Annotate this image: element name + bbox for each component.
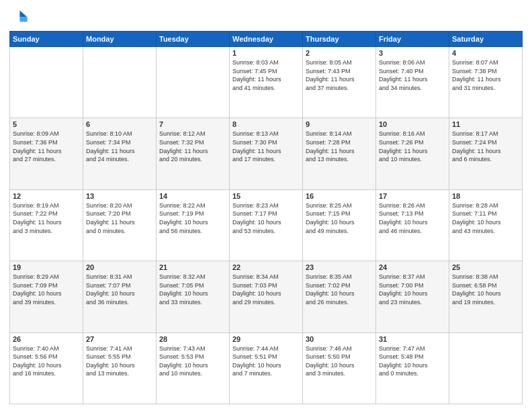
day-number: 20 bbox=[86, 263, 153, 271]
cell-content: Sunrise: 8:35 AM Sunset: 7:02 PM Dayligh… bbox=[306, 273, 373, 306]
calendar: SundayMondayTuesdayWednesdayThursdayFrid… bbox=[9, 31, 523, 404]
svg-marker-1 bbox=[19, 17, 27, 21]
calendar-cell bbox=[449, 332, 523, 404]
day-header-saturday: Saturday bbox=[449, 32, 523, 47]
calendar-cell: 30Sunrise: 7:46 AM Sunset: 5:50 PM Dayli… bbox=[303, 332, 376, 404]
day-number: 6 bbox=[86, 120, 153, 128]
calendar-cell: 26Sunrise: 7:40 AM Sunset: 5:56 PM Dayli… bbox=[10, 332, 83, 404]
cell-content: Sunrise: 7:40 AM Sunset: 5:56 PM Dayligh… bbox=[13, 345, 80, 378]
calendar-cell: 9Sunrise: 8:14 AM Sunset: 7:28 PM Daylig… bbox=[303, 118, 376, 189]
day-number: 2 bbox=[306, 49, 373, 57]
cell-content: Sunrise: 8:05 AM Sunset: 7:43 PM Dayligh… bbox=[306, 58, 373, 92]
day-number: 16 bbox=[306, 192, 373, 200]
week-row-2: 5Sunrise: 8:09 AM Sunset: 7:36 PM Daylig… bbox=[10, 118, 523, 189]
day-number: 23 bbox=[306, 263, 373, 271]
cell-content: Sunrise: 8:20 AM Sunset: 7:20 PM Dayligh… bbox=[86, 201, 153, 235]
week-row-4: 19Sunrise: 8:29 AM Sunset: 7:09 PM Dayli… bbox=[10, 261, 523, 332]
cell-content: Sunrise: 8:31 AM Sunset: 7:07 PM Dayligh… bbox=[86, 273, 153, 306]
cell-content: Sunrise: 8:03 AM Sunset: 7:45 PM Dayligh… bbox=[232, 58, 300, 92]
day-header-wednesday: Wednesday bbox=[230, 32, 303, 47]
day-number: 24 bbox=[379, 263, 446, 271]
calendar-cell: 4Sunrise: 8:07 AM Sunset: 7:38 PM Daylig… bbox=[449, 47, 523, 118]
calendar-cell: 7Sunrise: 8:12 AM Sunset: 7:32 PM Daylig… bbox=[157, 118, 230, 189]
calendar-cell: 27Sunrise: 7:41 AM Sunset: 5:55 PM Dayli… bbox=[83, 332, 157, 404]
day-number: 29 bbox=[232, 335, 300, 343]
calendar-cell: 8Sunrise: 8:13 AM Sunset: 7:30 PM Daylig… bbox=[230, 118, 303, 189]
calendar-cell: 18Sunrise: 8:28 AM Sunset: 7:11 PM Dayli… bbox=[449, 189, 523, 261]
calendar-cell: 28Sunrise: 7:43 AM Sunset: 5:53 PM Dayli… bbox=[157, 332, 230, 404]
cell-content: Sunrise: 8:23 AM Sunset: 7:17 PM Dayligh… bbox=[232, 201, 300, 235]
calendar-cell: 5Sunrise: 8:09 AM Sunset: 7:36 PM Daylig… bbox=[10, 118, 83, 189]
day-header-friday: Friday bbox=[376, 32, 449, 47]
day-number: 17 bbox=[379, 192, 446, 200]
cell-content: Sunrise: 8:32 AM Sunset: 7:05 PM Dayligh… bbox=[159, 273, 226, 306]
calendar-cell: 25Sunrise: 8:38 AM Sunset: 6:58 PM Dayli… bbox=[449, 261, 523, 332]
calendar-cell: 19Sunrise: 8:29 AM Sunset: 7:09 PM Dayli… bbox=[10, 261, 83, 332]
calendar-cell: 13Sunrise: 8:20 AM Sunset: 7:20 PM Dayli… bbox=[83, 189, 157, 261]
cell-content: Sunrise: 8:38 AM Sunset: 6:58 PM Dayligh… bbox=[452, 273, 519, 306]
calendar-cell: 23Sunrise: 8:35 AM Sunset: 7:02 PM Dayli… bbox=[303, 261, 376, 332]
cell-content: Sunrise: 8:06 AM Sunset: 7:40 PM Dayligh… bbox=[379, 58, 446, 92]
cell-content: Sunrise: 8:07 AM Sunset: 7:38 PM Dayligh… bbox=[452, 58, 519, 92]
day-number: 9 bbox=[306, 120, 373, 128]
calendar-cell: 29Sunrise: 7:44 AM Sunset: 5:51 PM Dayli… bbox=[230, 332, 303, 404]
day-number: 19 bbox=[13, 263, 80, 271]
calendar-cell bbox=[83, 47, 157, 118]
svg-marker-0 bbox=[19, 11, 27, 17]
header-row: SundayMondayTuesdayWednesdayThursdayFrid… bbox=[10, 32, 523, 47]
day-number: 3 bbox=[379, 49, 446, 57]
day-number: 11 bbox=[452, 120, 519, 128]
day-number: 25 bbox=[452, 263, 519, 271]
day-number: 15 bbox=[232, 192, 300, 200]
page: SundayMondayTuesdayWednesdayThursdayFrid… bbox=[0, 0, 532, 411]
cell-content: Sunrise: 8:34 AM Sunset: 7:03 PM Dayligh… bbox=[232, 273, 300, 306]
day-header-tuesday: Tuesday bbox=[157, 32, 230, 47]
cell-content: Sunrise: 8:09 AM Sunset: 7:36 PM Dayligh… bbox=[13, 130, 80, 163]
cell-content: Sunrise: 8:17 AM Sunset: 7:24 PM Dayligh… bbox=[452, 130, 519, 163]
calendar-cell: 15Sunrise: 8:23 AM Sunset: 7:17 PM Dayli… bbox=[230, 189, 303, 261]
cell-content: Sunrise: 8:29 AM Sunset: 7:09 PM Dayligh… bbox=[13, 273, 80, 306]
day-number: 22 bbox=[232, 263, 300, 271]
week-row-5: 26Sunrise: 7:40 AM Sunset: 5:56 PM Dayli… bbox=[10, 332, 523, 404]
header bbox=[9, 7, 523, 26]
calendar-cell: 16Sunrise: 8:25 AM Sunset: 7:15 PM Dayli… bbox=[303, 189, 376, 261]
day-number: 26 bbox=[13, 335, 80, 343]
day-number: 27 bbox=[86, 335, 153, 343]
day-number: 12 bbox=[13, 192, 80, 200]
day-number: 8 bbox=[232, 120, 300, 128]
day-number: 28 bbox=[159, 335, 226, 343]
day-number: 4 bbox=[452, 49, 519, 57]
calendar-cell: 1Sunrise: 8:03 AM Sunset: 7:45 PM Daylig… bbox=[230, 47, 303, 118]
calendar-cell: 14Sunrise: 8:22 AM Sunset: 7:19 PM Dayli… bbox=[157, 189, 230, 261]
calendar-body: 1Sunrise: 8:03 AM Sunset: 7:45 PM Daylig… bbox=[10, 47, 523, 404]
cell-content: Sunrise: 8:28 AM Sunset: 7:11 PM Dayligh… bbox=[452, 201, 519, 235]
logo-icon bbox=[9, 7, 28, 26]
calendar-cell: 22Sunrise: 8:34 AM Sunset: 7:03 PM Dayli… bbox=[230, 261, 303, 332]
week-row-3: 12Sunrise: 8:19 AM Sunset: 7:22 PM Dayli… bbox=[10, 189, 523, 261]
cell-content: Sunrise: 8:22 AM Sunset: 7:19 PM Dayligh… bbox=[159, 201, 226, 235]
cell-content: Sunrise: 8:14 AM Sunset: 7:28 PM Dayligh… bbox=[306, 130, 373, 163]
logo bbox=[9, 7, 31, 26]
calendar-cell: 11Sunrise: 8:17 AM Sunset: 7:24 PM Dayli… bbox=[449, 118, 523, 189]
cell-content: Sunrise: 7:41 AM Sunset: 5:55 PM Dayligh… bbox=[86, 345, 153, 378]
week-row-1: 1Sunrise: 8:03 AM Sunset: 7:45 PM Daylig… bbox=[10, 47, 523, 118]
cell-content: Sunrise: 8:37 AM Sunset: 7:00 PM Dayligh… bbox=[379, 273, 446, 306]
calendar-cell: 20Sunrise: 8:31 AM Sunset: 7:07 PM Dayli… bbox=[83, 261, 157, 332]
day-number: 31 bbox=[379, 335, 446, 343]
calendar-cell bbox=[10, 47, 83, 118]
cell-content: Sunrise: 7:47 AM Sunset: 5:48 PM Dayligh… bbox=[379, 345, 446, 378]
calendar-cell: 6Sunrise: 8:10 AM Sunset: 7:34 PM Daylig… bbox=[83, 118, 157, 189]
day-number: 14 bbox=[159, 192, 226, 200]
cell-content: Sunrise: 8:25 AM Sunset: 7:15 PM Dayligh… bbox=[306, 201, 373, 235]
day-number: 30 bbox=[306, 335, 373, 343]
calendar-cell: 31Sunrise: 7:47 AM Sunset: 5:48 PM Dayli… bbox=[376, 332, 449, 404]
cell-content: Sunrise: 8:12 AM Sunset: 7:32 PM Dayligh… bbox=[159, 130, 226, 163]
day-number: 7 bbox=[159, 120, 226, 128]
cell-content: Sunrise: 8:13 AM Sunset: 7:30 PM Dayligh… bbox=[232, 130, 300, 163]
cell-content: Sunrise: 8:19 AM Sunset: 7:22 PM Dayligh… bbox=[13, 201, 80, 235]
cell-content: Sunrise: 8:26 AM Sunset: 7:13 PM Dayligh… bbox=[379, 201, 446, 235]
calendar-cell: 12Sunrise: 8:19 AM Sunset: 7:22 PM Dayli… bbox=[10, 189, 83, 261]
calendar-cell bbox=[157, 47, 230, 118]
calendar-cell: 10Sunrise: 8:16 AM Sunset: 7:26 PM Dayli… bbox=[376, 118, 449, 189]
cell-content: Sunrise: 8:16 AM Sunset: 7:26 PM Dayligh… bbox=[379, 130, 446, 163]
